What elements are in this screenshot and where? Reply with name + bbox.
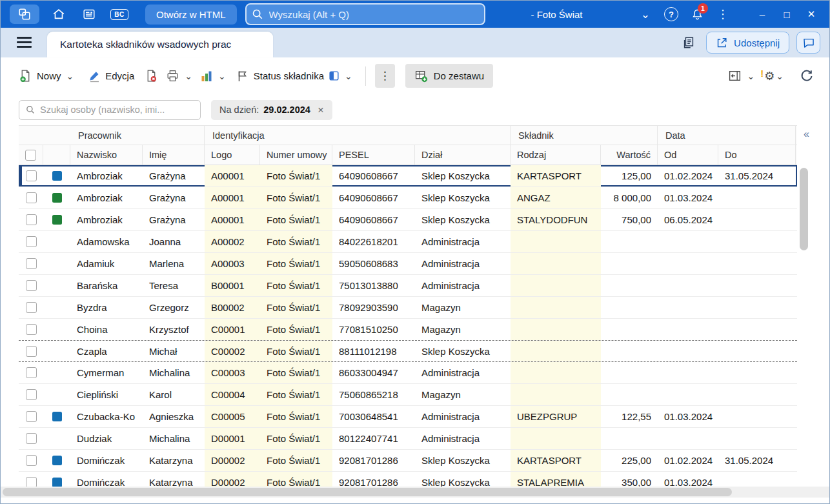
column-header-nazwisko[interactable]: Nazwisko [70,145,143,165]
row-select-cell [19,275,43,296]
minimize-button[interactable]: – [752,5,773,24]
open-html-button[interactable]: Otwórz w HTML [145,5,237,25]
table-row[interactable]: Adamiuk Marlena A00003 Foto Świat/1 5905… [19,253,797,275]
table-row[interactable]: Domińczak Katarzyna D00002 Foto Świat/1 … [19,472,797,487]
column-panel-button[interactable]: ⌄ [728,69,754,83]
status-chevron-down-icon[interactable]: ⌄ [345,72,352,81]
chart-chevron-down-icon[interactable]: ⌄ [218,72,226,81]
table-row[interactable]: Czapla Michał C00002 Foto Świat/1 881110… [19,340,797,362]
tab-kartoteka-skladnikow[interactable]: Kartoteka składników wsadowych prac [47,32,273,57]
close-button[interactable]: ✕ [801,5,822,24]
home-icon[interactable] [48,5,70,24]
group-header-pracownik[interactable]: Pracownik [70,126,205,145]
date-filter-chip[interactable]: Na dzień: 29.02.2024 ✕ [211,100,332,120]
group-header-skladnik[interactable]: Składnik [511,126,658,145]
print-chevron-down-icon[interactable]: ⌄ [185,72,192,81]
column-header-od[interactable]: Od [658,145,718,165]
table-row[interactable]: Barańska Teresa B00001 Foto Świat/1 7501… [19,275,797,297]
table-row[interactable]: Dudziak Michalina D00001 Foto Świat/1 80… [19,428,797,450]
new-chevron-down-icon[interactable]: ⌄ [66,72,74,81]
warning-icon: ! [760,68,764,79]
more-actions-button[interactable]: ⋮ [375,64,395,88]
table-row[interactable]: Ciepliński Karol C00004 Foto Świat/1 750… [19,384,797,406]
table-row[interactable]: Choina Krzysztof C00001 Foto Świat/1 770… [19,319,797,341]
row-checkbox[interactable] [26,192,37,203]
cell-nazwisko: Barańska [70,275,143,296]
titlebar-overflow-menu-icon[interactable]: ⋮ [712,5,734,24]
row-checkbox[interactable] [26,170,37,181]
person-search-input[interactable] [40,105,194,115]
notifications-bell-icon[interactable]: 1 [686,5,708,24]
row-checkbox[interactable] [26,389,37,400]
main-menu-hamburger-icon[interactable] [17,37,32,48]
horizontal-scrollbar-thumb[interactable] [3,488,732,496]
maximize-button[interactable]: □ [776,5,797,24]
row-checkbox[interactable] [26,455,37,466]
row-checkbox[interactable] [26,214,37,225]
person-search-field[interactable] [19,100,201,120]
app-logo-icon[interactable] [10,5,39,24]
add-to-set-button[interactable]: Do zestawu [405,64,493,88]
feedback-chat-icon[interactable] [796,32,820,54]
row-checkbox[interactable] [26,302,37,313]
cell-logo: D00001 [205,428,260,449]
row-checkbox[interactable] [26,346,37,357]
row-checkbox[interactable] [26,367,37,378]
row-checkbox[interactable] [26,411,37,422]
refresh-button[interactable] [800,69,814,83]
cell-pesel: 64090608667 [332,187,415,208]
row-checkbox[interactable] [26,433,37,444]
cell-rodzaj [511,384,601,405]
table-row[interactable]: Ambroziak Grażyna A00001 Foto Świat/1 64… [19,165,797,187]
group-header-identyfikacja[interactable]: Identyfikacja [205,126,511,145]
toolbar: Nowy ⌄ Edycja ⌄ [1,57,829,94]
cell-wartosc: 750,00 [601,209,658,230]
column-header-wartosc[interactable]: Wartość [601,145,658,165]
horizontal-scrollbar[interactable] [1,487,829,498]
bc-icon[interactable]: BC [108,5,130,24]
table-row[interactable]: Cymerman Michalina C00003 Foto Świat/1 8… [19,362,797,384]
settings-gear-button[interactable]: ! ⚙ ⌄ [760,69,784,83]
global-search-input[interactable] [269,9,480,20]
help-icon[interactable]: ? [660,5,682,24]
row-checkbox[interactable] [26,258,37,269]
table-row[interactable]: Byzdra Grzegorz B00002 Foto Świat/1 7809… [19,297,797,319]
table-row[interactable]: Ambroziak Grażyna A00001 Foto Świat/1 64… [19,187,797,209]
cell-rodzaj: STALAPREMIA [511,472,601,487]
clear-date-filter-icon[interactable]: ✕ [318,105,324,115]
table-row[interactable]: Domińczak Katarzyna D00002 Foto Świat/1 … [19,450,797,472]
copy-pages-icon[interactable] [678,32,699,53]
column-header-do[interactable]: Do [718,145,796,165]
delete-button[interactable] [145,69,158,83]
column-header-pesel[interactable]: PESEL [332,145,415,165]
share-button[interactable]: Udostępnij [706,32,789,54]
table-row[interactable]: Adamowska Joanna A00002 Foto Świat/1 840… [19,231,797,253]
row-checkbox[interactable] [26,236,37,247]
global-search[interactable] [245,3,485,25]
column-header-numer-umowy[interactable]: Numer umowy [260,145,332,165]
row-checkbox[interactable] [26,324,37,335]
column-header-logo[interactable]: Logo [205,145,260,165]
collapse-panel-icon[interactable]: « [804,128,809,140]
row-checkbox[interactable] [26,477,37,487]
select-all-checkbox[interactable] [25,150,36,161]
table-row[interactable]: Czubacka-Ko Agnieszka C00005 Foto Świat/… [19,406,797,428]
column-header-imie[interactable]: Imię [143,145,205,165]
table-row[interactable]: Ambroziak Grażyna A00001 Foto Świat/1 64… [19,209,797,231]
print-button[interactable]: ⌄ [166,69,192,83]
cell-dzial: Magazyn [415,384,511,405]
panel-chevron-down-icon[interactable]: ⌄ [747,72,754,81]
column-header-dzial[interactable]: Dział [415,145,511,165]
row-checkbox[interactable] [26,280,37,291]
group-header-data[interactable]: Data [658,126,796,145]
edit-button[interactable]: Edycja [88,70,134,83]
news-icon[interactable] [78,5,100,24]
vertical-scrollbar-thumb[interactable] [800,168,808,250]
status-skladnika-button[interactable]: Status składnika ⌄ [236,70,352,83]
titlebar-chevron-down-icon[interactable]: ⌄ [634,9,656,20]
column-header-rodzaj[interactable]: Rodzaj [511,145,601,165]
settings-chevron-down-icon[interactable]: ⌄ [776,72,784,81]
analysis-chart-button[interactable]: ⌄ [200,70,226,83]
new-button[interactable]: Nowy ⌄ [19,69,74,83]
cell-numer-umowy: Foto Świat/1 [260,275,332,296]
